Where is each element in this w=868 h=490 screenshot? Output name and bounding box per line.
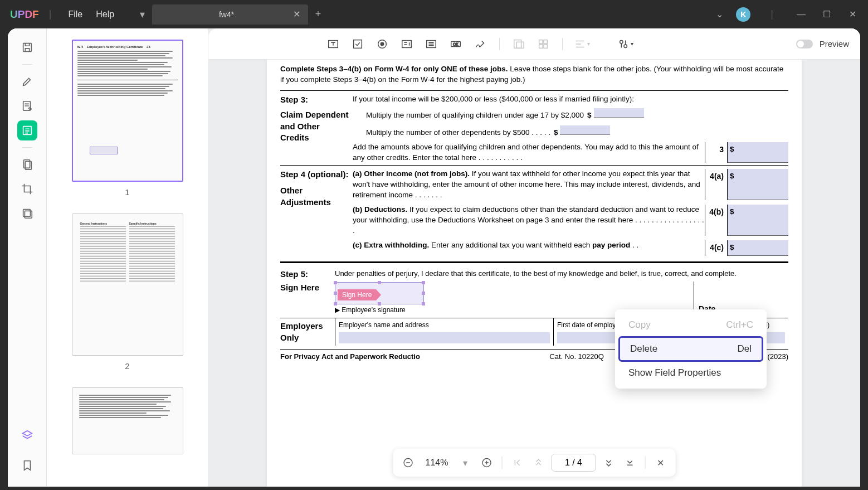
thumbnail-page-3[interactable] bbox=[72, 387, 183, 454]
save-icon[interactable] bbox=[17, 37, 37, 57]
preview-label: Preview bbox=[820, 39, 849, 48]
document-tab[interactable]: fw4* ✕ bbox=[152, 4, 308, 25]
preview-toggle[interactable] bbox=[796, 40, 813, 48]
checkbox-icon[interactable] bbox=[347, 33, 369, 55]
svg-rect-18 bbox=[544, 40, 547, 43]
tab-dropdown-icon[interactable]: ▾ bbox=[132, 4, 152, 25]
signature-field[interactable]: Sign Here bbox=[335, 282, 424, 304]
svg-text:OK: OK bbox=[453, 42, 459, 46]
align-icon: ▾ bbox=[570, 33, 593, 55]
svg-rect-6 bbox=[25, 211, 32, 218]
template-icon bbox=[508, 33, 530, 55]
thumbnail-page-2[interactable]: General Instructions Specific Instructio… bbox=[72, 214, 183, 356]
thumbnail-number: 2 bbox=[47, 361, 208, 371]
svg-rect-0 bbox=[23, 43, 31, 52]
page-tools-icon[interactable] bbox=[17, 154, 37, 174]
app-logo: UPDF bbox=[10, 8, 39, 21]
context-copy: CopyCtrl+C bbox=[618, 314, 763, 336]
last-page-icon[interactable] bbox=[621, 454, 638, 471]
svg-rect-15 bbox=[514, 40, 521, 48]
signature-icon[interactable] bbox=[469, 33, 491, 55]
form-icon[interactable] bbox=[17, 120, 37, 140]
edit-icon[interactable] bbox=[17, 96, 37, 116]
svg-point-10 bbox=[381, 42, 384, 46]
thumbnail-number: 1 bbox=[47, 187, 208, 197]
new-tab-button[interactable]: + bbox=[308, 4, 328, 25]
close-tab-icon[interactable]: ✕ bbox=[293, 9, 300, 20]
menu-file[interactable]: File bbox=[61, 6, 89, 23]
zoom-out-icon[interactable] bbox=[400, 454, 417, 471]
form-toolbar: OK ▾ ▾ Preview bbox=[208, 28, 860, 60]
svg-rect-20 bbox=[544, 44, 547, 47]
form-field[interactable] bbox=[560, 125, 610, 135]
user-avatar[interactable]: K bbox=[736, 7, 750, 22]
menu-help[interactable]: Help bbox=[89, 6, 121, 23]
form-field[interactable] bbox=[594, 108, 644, 118]
svg-rect-16 bbox=[516, 42, 524, 48]
crop-icon[interactable] bbox=[17, 179, 37, 199]
divider: | bbox=[49, 8, 52, 20]
context-show-properties[interactable]: Show Field Properties bbox=[618, 362, 763, 384]
svg-rect-17 bbox=[539, 40, 543, 43]
zoom-dropdown-icon[interactable]: ▾ bbox=[457, 454, 474, 471]
titlebar: UPDF | File Help ▾ fw4* ✕ + ⌄ K | — ☐ ✕ bbox=[0, 0, 868, 28]
close-nav-icon[interactable]: ✕ bbox=[652, 454, 669, 471]
svg-rect-11 bbox=[402, 40, 412, 47]
thumbnail-panel: W-4 Employee's Withholding Certificate 2… bbox=[47, 28, 208, 487]
page-input[interactable] bbox=[551, 454, 596, 472]
left-sidebar bbox=[8, 28, 47, 487]
window-minimize-icon[interactable]: — bbox=[793, 7, 809, 22]
dropdown-icon[interactable] bbox=[396, 33, 418, 55]
highlight-icon[interactable] bbox=[17, 71, 37, 91]
context-delete[interactable]: DeleteDel bbox=[618, 336, 763, 362]
context-menu: CopyCtrl+C DeleteDel Show Field Properti… bbox=[615, 309, 767, 389]
tab-title: fw4* bbox=[160, 10, 293, 19]
zoom-level: 114% bbox=[421, 458, 453, 468]
svg-rect-8 bbox=[354, 40, 362, 48]
zoom-in-icon[interactable] bbox=[478, 454, 495, 471]
document-page: Complete Steps 3–4(b) on Form W-4 for on… bbox=[267, 60, 802, 487]
page-navigation: 114% ▾ ✕ bbox=[393, 449, 676, 477]
chevron-down-icon[interactable]: ⌄ bbox=[713, 8, 726, 21]
svg-rect-19 bbox=[539, 44, 543, 47]
form-field[interactable] bbox=[339, 332, 550, 343]
window-maximize-icon[interactable]: ☐ bbox=[819, 7, 835, 22]
next-page-icon[interactable] bbox=[600, 454, 617, 471]
svg-point-22 bbox=[623, 44, 627, 47]
prev-page-icon bbox=[530, 454, 547, 471]
svg-point-21 bbox=[620, 40, 623, 43]
thumbnail-page-1[interactable]: W-4 Employee's Withholding Certificate 2… bbox=[72, 40, 183, 182]
bookmark-icon[interactable] bbox=[17, 455, 37, 476]
listbox-icon[interactable] bbox=[420, 33, 442, 55]
radio-icon[interactable] bbox=[371, 33, 393, 55]
first-page-icon bbox=[509, 454, 525, 471]
grid-icon bbox=[532, 33, 554, 55]
layers-icon[interactable] bbox=[17, 425, 37, 445]
text-field-icon[interactable] bbox=[322, 33, 344, 55]
divider: | bbox=[771, 8, 773, 20]
tools-icon[interactable]: ▾ bbox=[614, 33, 636, 55]
sign-here-tag: Sign Here bbox=[338, 289, 376, 301]
window-close-icon[interactable]: ✕ bbox=[845, 7, 860, 22]
batch-icon[interactable] bbox=[17, 203, 37, 224]
button-icon[interactable]: OK bbox=[445, 33, 467, 55]
